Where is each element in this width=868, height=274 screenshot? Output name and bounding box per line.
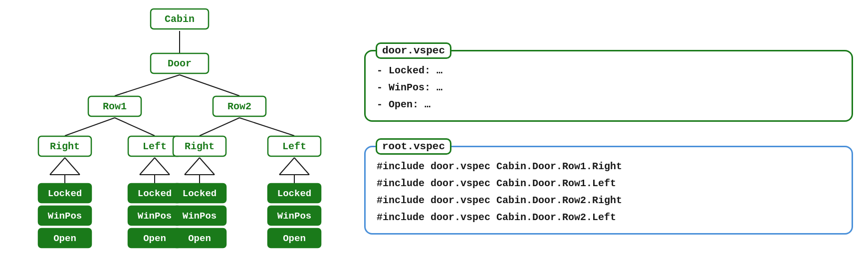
svg-text:Open: Open [188, 233, 211, 244]
node-r1r-winpos: WinPos [38, 206, 91, 225]
root-line-2: #include door.vspec Cabin.Door.Row1.Left [377, 175, 841, 192]
node-cabin: Cabin [151, 9, 209, 29]
svg-text:WinPos: WinPos [277, 211, 311, 222]
tree-diagram: Cabin Door Row1 Row2 Right [15, 5, 344, 270]
svg-text:Locked: Locked [138, 188, 172, 199]
svg-text:Open: Open [283, 233, 306, 244]
node-r2-right: Right [173, 136, 226, 156]
svg-text:Left: Left [143, 141, 167, 152]
svg-line-6 [239, 118, 294, 136]
svg-line-3 [65, 118, 115, 136]
svg-line-14 [200, 158, 215, 175]
svg-text:Door: Door [168, 58, 192, 69]
door-vspec-title: door.vspec [376, 42, 451, 59]
node-r2-left: Left [268, 136, 321, 156]
svg-text:Locked: Locked [183, 188, 217, 199]
svg-text:Row1: Row1 [103, 101, 127, 112]
node-r2r-locked: Locked [173, 184, 226, 203]
svg-line-8 [65, 158, 80, 175]
door-line-1: - Locked: … [377, 62, 841, 79]
root-line-4: #include door.vspec Cabin.Door.Row2.Left [377, 209, 841, 226]
node-r2r-open: Open [173, 229, 226, 248]
door-vspec-panel: door.vspec - Locked: … - WinPos: … - Ope… [364, 50, 853, 122]
node-r2l-locked: Locked [268, 184, 321, 203]
root-line-1: #include door.vspec Cabin.Door.Row1.Righ… [377, 158, 841, 175]
node-r2r-winpos: WinPos [173, 206, 226, 225]
svg-line-16 [279, 158, 294, 175]
svg-text:Right: Right [185, 141, 215, 152]
node-r2l-winpos: WinPos [268, 206, 321, 225]
root-vspec-content: #include door.vspec Cabin.Door.Row1.Righ… [377, 158, 841, 226]
svg-text:WinPos: WinPos [138, 211, 172, 222]
svg-text:Open: Open [143, 233, 166, 244]
svg-text:Cabin: Cabin [165, 13, 195, 25]
node-r1r-locked: Locked [38, 184, 91, 203]
main-container: Cabin Door Row1 Row2 Right [0, 0, 868, 274]
root-vspec-panel: root.vspec #include door.vspec Cabin.Doo… [364, 146, 853, 235]
svg-line-2 [180, 75, 239, 96]
node-r2l-open: Open [268, 229, 321, 248]
root-line-3: #include door.vspec Cabin.Door.Row2.Righ… [377, 192, 841, 209]
svg-line-5 [200, 118, 239, 136]
panels-container: door.vspec - Locked: … - WinPos: … - Ope… [364, 5, 853, 270]
door-line-2: - WinPos: … [377, 79, 841, 96]
svg-text:Right: Right [50, 141, 80, 152]
svg-line-7 [50, 158, 65, 175]
svg-line-1 [115, 75, 180, 96]
svg-line-10 [140, 158, 155, 175]
svg-text:Locked: Locked [48, 188, 82, 199]
svg-line-13 [185, 158, 200, 175]
node-row1: Row1 [88, 96, 141, 116]
svg-line-17 [294, 158, 309, 175]
node-door: Door [151, 53, 209, 73]
node-r1-right: Right [38, 136, 91, 156]
door-line-3: - Open: … [377, 96, 841, 113]
svg-text:Row2: Row2 [227, 101, 251, 112]
svg-text:WinPos: WinPos [183, 211, 217, 222]
svg-text:Left: Left [282, 141, 306, 152]
svg-line-4 [115, 118, 155, 136]
root-vspec-title: root.vspec [376, 138, 451, 155]
svg-text:WinPos: WinPos [48, 211, 82, 222]
svg-text:Locked: Locked [277, 188, 311, 199]
node-row2: Row2 [213, 96, 266, 116]
svg-line-11 [155, 158, 170, 175]
door-vspec-content: - Locked: … - WinPos: … - Open: … [377, 62, 841, 113]
node-r1r-open: Open [38, 229, 91, 248]
svg-text:Open: Open [53, 233, 76, 244]
